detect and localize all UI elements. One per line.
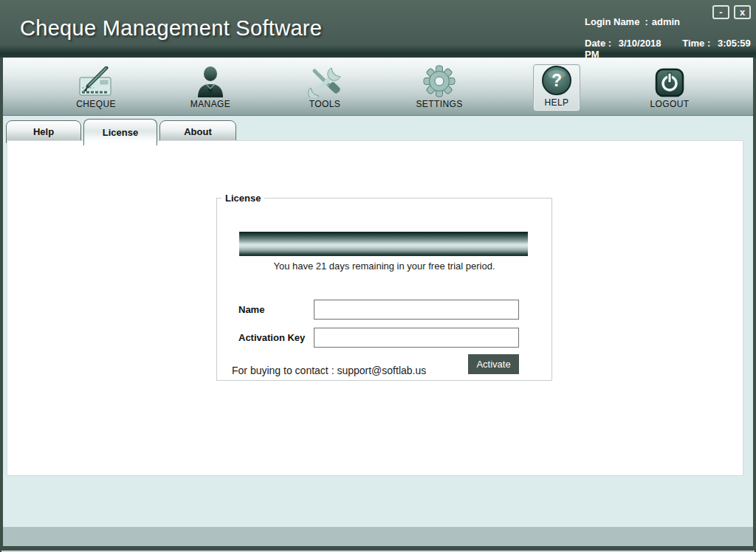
toolbar-label-logout: LOGOUT [650,99,689,109]
activation-key-label: Activation Key [238,328,305,348]
contact-text: For buying to contact : support@softlab.… [232,365,426,376]
date-time-line: Date : 3/10/2018 Time : 3:05:59 PM [585,38,756,60]
toolbar-button-settings[interactable]: SETTINGS [402,66,476,111]
toolbar-button-tools[interactable]: TOOLS [288,66,362,111]
date-label: Date : [585,38,611,49]
login-name-label: Login Name [585,16,639,27]
toolbar-label-help: HELP [545,97,569,108]
app-window: Cheque Management Software - x Login Nam… [0,0,756,552]
minimize-button[interactable]: - [712,5,729,19]
login-name-value: admin [652,16,680,27]
app-title: Cheque Management Software [20,16,322,41]
manage-icon [196,66,225,97]
toolbar-label-tools: TOOLS [309,99,340,109]
name-label: Name [238,300,264,320]
logout-icon [655,66,684,97]
toolbar-label-cheque: CHEQUE [76,99,116,109]
license-groupbox: License You have 21 days remaining in yo… [216,193,552,381]
toolbar-button-logout[interactable]: LOGOUT [633,66,707,111]
toolbar-button-manage[interactable]: MANAGE [173,66,247,111]
license-legend: License [221,193,264,204]
toolbar-label-manage: MANAGE [190,99,230,109]
tab-license[interactable]: License [83,119,157,145]
help-icon: ? [541,65,572,96]
name-input[interactable] [314,300,519,320]
license-tab-content: License You have 21 days remaining in yo… [7,140,743,476]
login-name-line: Login Name:admin [585,16,680,27]
trial-message: You have 21 days remaining in your free … [217,261,551,272]
toolbar: CHEQUE [3,58,753,116]
close-button[interactable]: x [734,5,751,19]
trial-progress-bar [239,232,528,256]
toolbar-label-settings: SETTINGS [416,99,462,109]
date-value: 3/10/2018 [619,38,662,49]
toolbar-button-help[interactable]: ? HELP [533,64,580,111]
tools-icon [308,66,342,97]
body-area: Help License About License You have 21 d… [3,116,753,527]
settings-icon [423,66,456,97]
cheque-icon [79,66,113,97]
footer-band [3,527,753,546]
svg-text:?: ? [551,71,562,90]
window-controls: - x [712,5,751,19]
activation-key-input[interactable] [314,328,519,348]
time-label: Time : [682,38,710,49]
titlebar: Cheque Management Software - x Login Nam… [0,0,756,58]
activate-button[interactable]: Activate [468,354,519,374]
toolbar-button-cheque[interactable]: CHEQUE [59,66,133,111]
